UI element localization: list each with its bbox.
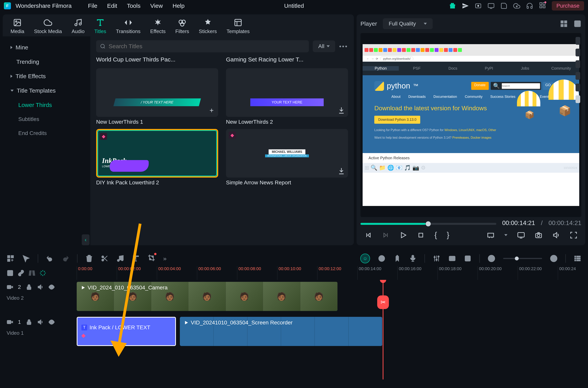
more-options[interactable]: ••• <box>339 43 348 50</box>
zoom-slider[interactable] <box>503 258 542 259</box>
title-card-nl1[interactable]: / YOUR TEXT HERE+ New LowerThirds 1 <box>96 68 218 125</box>
stop-icon[interactable] <box>417 231 425 239</box>
clip-screen-recorder[interactable]: VID_20241010_063504_Screen Recorder <box>180 317 382 346</box>
motion-icon[interactable] <box>378 255 385 262</box>
recorder-icon[interactable] <box>475 2 482 9</box>
mute-icon[interactable] <box>37 284 44 290</box>
undo-icon[interactable] <box>46 255 54 262</box>
track-v2[interactable]: 🧑🏾🧑🏾🧑🏾🧑🏾🧑🏾🧑🏾🧑🏾 VID_2024_010_063504_Camer… <box>77 280 585 315</box>
playhead[interactable]: ✂ <box>383 280 383 379</box>
visibility-icon[interactable] <box>48 284 55 290</box>
ai-button[interactable]: ☺ <box>360 254 370 263</box>
chevron-down-icon[interactable] <box>504 234 508 236</box>
cloud-icon[interactable] <box>513 2 520 9</box>
tab-titles[interactable]: Titles <box>94 18 106 34</box>
tab-templates[interactable]: Templates <box>227 18 250 34</box>
add-icon[interactable]: + <box>208 106 215 114</box>
tab-media[interactable]: Media <box>10 18 24 34</box>
volume-icon[interactable] <box>552 231 560 239</box>
snapshot-icon[interactable] <box>535 231 542 239</box>
sidebar-title-effects[interactable]: Title Effects <box>3 69 90 83</box>
magnetic-icon[interactable] <box>448 255 456 262</box>
preview-scrubber[interactable] <box>360 223 496 225</box>
next-frame-icon[interactable] <box>382 231 390 239</box>
playhead-scissors-icon[interactable]: ✂ <box>377 295 389 309</box>
support-icon[interactable] <box>526 2 533 9</box>
track-v1[interactable]: TInk Pack / LOWER TEXT ◆ VID_20241010_06… <box>77 315 585 350</box>
scope-icon[interactable] <box>574 20 581 28</box>
prev-frame-icon[interactable] <box>364 231 372 239</box>
track-type-icon[interactable] <box>7 284 13 290</box>
search-box[interactable] <box>96 40 309 52</box>
adjust-icon[interactable] <box>28 269 35 277</box>
sidebar-end-credits[interactable]: End Credits <box>3 126 90 140</box>
sidebar-mine[interactable]: Mine <box>3 40 90 55</box>
send-icon[interactable] <box>462 2 469 9</box>
render-icon[interactable] <box>464 255 472 262</box>
add-track-icon[interactable] <box>7 269 14 277</box>
fullscreen-icon[interactable] <box>570 231 578 239</box>
visibility-icon[interactable] <box>48 319 55 325</box>
pack-gaming[interactable]: Gaming Set Racing Lower T... <box>226 56 348 63</box>
mic-icon[interactable] <box>409 255 417 262</box>
timeline-ruler[interactable]: 0:00:00 00:00:02:00 00:00:04:00 00:00:06… <box>77 266 585 280</box>
preview-area[interactable]: ←→⟳python.org/downloads/ Python PSF Docs… <box>360 33 581 217</box>
title-card-inkpack[interactable]: InkPack LOWER TEXT DIY Ink Pack Lowerthi… <box>96 129 218 186</box>
clip-title-inkpack[interactable]: TInk Pack / LOWER TEXT ◆ <box>77 317 176 346</box>
sidebar-title-templates[interactable]: Title Templates <box>3 83 90 98</box>
sidebar-collapse[interactable]: ‹ <box>82 234 90 245</box>
download-icon[interactable] <box>337 106 345 114</box>
select-tool-icon[interactable] <box>7 255 14 262</box>
grid-view-icon[interactable] <box>560 20 568 28</box>
auto-snap-icon[interactable] <box>39 269 46 277</box>
crop-icon[interactable] <box>148 254 155 262</box>
pack-worldcup[interactable]: World Cup Lower Thirds Pac... <box>96 56 218 63</box>
download-icon[interactable] <box>337 167 345 175</box>
title-card-arrow-news[interactable]: MICHAEL WILLIAMS INTERNATIONAL LABOUR OR… <box>226 129 348 186</box>
lock-icon[interactable] <box>26 284 32 290</box>
screen-icon[interactable] <box>487 2 495 9</box>
tab-transitions[interactable]: Transitions <box>116 18 141 34</box>
zoom-handle[interactable] <box>515 257 519 260</box>
scrubber-handle[interactable] <box>426 221 431 226</box>
display-icon[interactable] <box>517 231 525 239</box>
tab-audio[interactable]: Audio <box>72 18 85 34</box>
tab-effects[interactable]: Effects <box>150 18 166 34</box>
menu-file[interactable]: File <box>88 2 97 9</box>
quality-select[interactable]: Full Quality <box>383 18 433 29</box>
apps-icon-wrap[interactable] <box>539 2 546 10</box>
mark-in-icon[interactable]: { <box>435 231 437 240</box>
split-icon[interactable] <box>101 255 109 262</box>
lock-icon[interactable] <box>26 319 32 325</box>
tracks[interactable]: ✂ 🧑🏾🧑🏾🧑🏾🧑🏾🧑🏾🧑🏾🧑🏾 VID_2024_010_063504_Cam… <box>77 280 585 379</box>
link-icon[interactable] <box>18 269 25 277</box>
menu-edit[interactable]: Edit <box>107 2 117 9</box>
menu-help[interactable]: Help <box>173 2 184 9</box>
clip-camera[interactable]: 🧑🏾🧑🏾🧑🏾🧑🏾🧑🏾🧑🏾🧑🏾 VID_2024_010_063504_Camer… <box>77 282 337 311</box>
sidebar-trending[interactable]: Trending <box>3 55 90 69</box>
redo-icon[interactable] <box>61 255 69 262</box>
zoom-in-icon[interactable] <box>550 255 558 262</box>
search-input[interactable] <box>109 43 305 49</box>
mixer-icon[interactable] <box>433 255 440 262</box>
menu-tools[interactable]: Tools <box>127 2 141 9</box>
filter-select[interactable]: All <box>313 40 335 52</box>
play-icon[interactable] <box>399 231 407 239</box>
title-card-nl2[interactable]: YOUR TEXT HERE New LowerThirds 2 <box>226 68 348 125</box>
save-icon[interactable] <box>500 2 508 9</box>
tab-stock-media[interactable]: Stock Media <box>34 18 62 34</box>
sidebar-subtitles[interactable]: Subtitles <box>3 112 90 126</box>
delete-icon[interactable] <box>85 255 93 262</box>
tab-stickers[interactable]: Stickers <box>199 18 217 34</box>
purchase-button[interactable]: Purchase <box>552 1 584 10</box>
mark-out-icon[interactable]: } <box>447 231 449 240</box>
sidebar-lower-thirds[interactable]: Lower Thirds <box>3 98 90 112</box>
mute-icon[interactable] <box>37 319 44 325</box>
text-tool-icon[interactable] <box>132 255 140 262</box>
more-tools-icon[interactable]: » <box>163 255 167 262</box>
cursor-tool-icon[interactable] <box>22 255 30 262</box>
ratio-icon[interactable] <box>487 231 495 239</box>
tab-filters[interactable]: Filters <box>175 18 189 34</box>
track-type-icon[interactable] <box>7 319 13 325</box>
zoom-out-icon[interactable] <box>487 255 495 262</box>
